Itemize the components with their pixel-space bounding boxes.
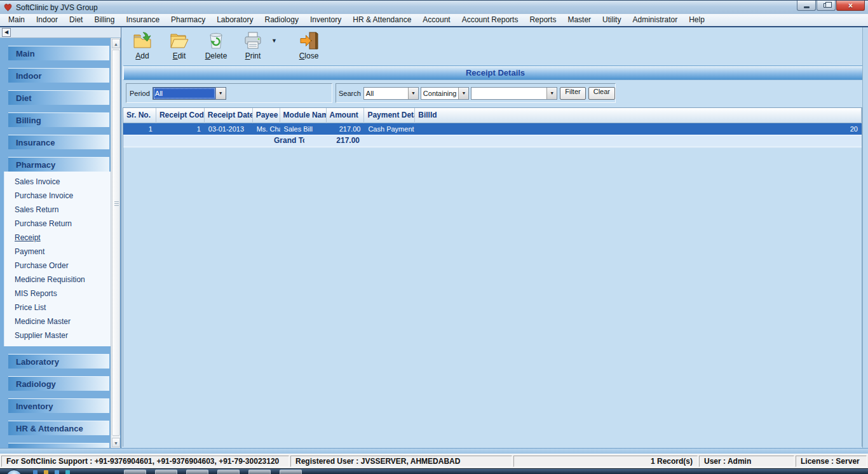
print-dropdown-arrow-icon[interactable]: ▼	[271, 37, 281, 44]
menu-item-radiology[interactable]: Radiology	[259, 14, 304, 26]
sidebar-section-insurance[interactable]: Insurance	[8, 135, 109, 149]
taskbar-button[interactable]	[124, 470, 146, 474]
menu-item-help[interactable]: Help	[683, 14, 710, 26]
period-selected-value: All	[153, 88, 215, 99]
search-label: Search	[339, 90, 361, 97]
toolbar-close-button[interactable]: Close	[290, 29, 327, 60]
sidebar-section-main[interactable]: Main	[8, 46, 109, 60]
menu-item-billing[interactable]: Billing	[88, 14, 120, 26]
scroll-down-icon[interactable]: ▼	[112, 438, 120, 447]
menu-item-inventory[interactable]: Inventory	[304, 14, 347, 26]
sidebar-scrollbar[interactable]: ▲ ▼	[111, 38, 120, 448]
search-text-input[interactable]	[471, 88, 546, 99]
column-header-receipt-date[interactable]: Receipt Date	[205, 108, 253, 123]
taskbar-button[interactable]	[280, 470, 302, 474]
quicklaunch-icon[interactable]	[55, 470, 59, 474]
sidebar-item-sales-invoice[interactable]: Sales Invoice	[4, 175, 111, 189]
taskbar-button[interactable]	[217, 470, 240, 474]
sidebar-item-mis-reports[interactable]: MIS Reports	[4, 287, 111, 301]
sidebar-item-medicine-master[interactable]: Medicine Master	[4, 315, 111, 328]
search-mode-value: Containing	[421, 88, 459, 99]
table-row[interactable]: 1103-01-2013Ms. CharSales Bill217.00Cash…	[123, 123, 862, 135]
sidebar-item-price-list[interactable]: Price List	[4, 301, 111, 315]
sidebar-section-accounts[interactable]: Accounts	[8, 443, 109, 448]
period-panel: Period All ▼	[126, 83, 332, 103]
quicklaunch-icon[interactable]	[33, 470, 37, 474]
toolbar-edit-button[interactable]: Edit	[161, 29, 198, 60]
column-header-receipt-code[interactable]: Receipt Code	[156, 108, 205, 123]
chevron-down-icon[interactable]: ▼	[215, 88, 226, 99]
sidebar-section-laboratory[interactable]: Laboratory	[8, 354, 109, 369]
column-header-billid[interactable]: BillId	[415, 108, 862, 123]
column-header-payee[interactable]: Payee	[253, 108, 280, 123]
chevron-down-icon[interactable]: ▼	[458, 88, 468, 99]
search-mode-dropdown[interactable]: Containing ▼	[421, 87, 470, 100]
menu-item-hr-attendance[interactable]: HR & Attendance	[347, 14, 417, 26]
start-button-icon[interactable]	[6, 470, 22, 474]
sidebar-collapse-button[interactable]: ◀	[2, 28, 11, 37]
sidebar-collapse-row: ◀	[0, 27, 121, 38]
title-bar[interactable]: SoftClinic by JVS Group ×	[0, 0, 868, 14]
sidebar-section-radiology[interactable]: Radiology	[8, 376, 109, 391]
taskbar-button[interactable]	[186, 470, 208, 474]
sidebar-item-purchase-order[interactable]: Purchase Order	[4, 259, 111, 273]
scroll-up-icon[interactable]: ▲	[112, 39, 120, 48]
minimize-icon	[804, 6, 810, 8]
filter-button[interactable]: Filter	[560, 87, 585, 100]
column-header-amount[interactable]: Amount	[327, 108, 365, 123]
chevron-down-icon[interactable]: ▼	[408, 88, 418, 99]
toolbar-add-button[interactable]: Add	[124, 29, 161, 60]
period-dropdown[interactable]: All ▼	[153, 87, 226, 100]
sidebar-section-indoor[interactable]: Indoor	[8, 68, 109, 83]
sidebar-section-pharmacy[interactable]: Pharmacy	[8, 157, 109, 172]
menu-item-account-reports[interactable]: Account Reports	[456, 14, 524, 26]
menu-item-account[interactable]: Account	[417, 14, 456, 26]
search-text-dropdown[interactable]: ▼	[471, 87, 557, 100]
search-field-dropdown[interactable]: All ▼	[363, 87, 419, 100]
cell-receipt-code: 1	[156, 123, 205, 135]
menu-item-reports[interactable]: Reports	[524, 14, 562, 26]
windows-taskbar[interactable]	[0, 468, 868, 474]
sidebar-item-receipt[interactable]: Receipt	[4, 231, 111, 245]
restore-button[interactable]	[817, 1, 836, 11]
column-header-module-name[interactable]: Module Name	[280, 108, 327, 123]
menu-item-laboratory[interactable]: Laboratory	[211, 14, 259, 26]
sidebar-item-purchase-return[interactable]: Purchase Return	[4, 217, 111, 231]
quicklaunch-icon[interactable]	[65, 470, 70, 474]
sidebar-section-hr-attendance[interactable]: HR & Attendance	[8, 421, 109, 435]
menu-item-utility[interactable]: Utility	[597, 14, 627, 26]
menu-item-pharmacy[interactable]: Pharmacy	[165, 14, 211, 26]
menu-item-main[interactable]: Main	[3, 14, 31, 26]
menu-item-administrator[interactable]: Administrator	[627, 14, 683, 26]
sidebar-section-inventory[interactable]: Inventory	[8, 398, 109, 413]
toolbar-delete-button[interactable]: Delete	[198, 29, 234, 60]
toolbar: AddEditDeletePrint▼Close	[124, 29, 327, 64]
menu-item-master[interactable]: Master	[562, 14, 597, 26]
menu-item-diet[interactable]: Diet	[64, 14, 88, 26]
column-header-sr-no[interactable]: Sr. No.	[123, 108, 156, 123]
column-header-payment-details[interactable]: Payment Details	[364, 108, 415, 123]
quicklaunch-icon[interactable]	[44, 470, 48, 474]
minimize-button[interactable]	[797, 1, 816, 11]
sidebar-section-diet[interactable]: Diet	[8, 90, 109, 105]
menu-item-insurance[interactable]: Insurance	[120, 14, 165, 26]
close-window-button[interactable]: ×	[836, 1, 865, 11]
sidebar-item-medicine-requisition[interactable]: Medicine Requisition	[4, 273, 111, 287]
scrollbar-thumb[interactable]	[112, 50, 120, 436]
page-title: Receipt Details	[123, 65, 867, 80]
folder-edit-icon	[169, 30, 189, 51]
taskbar-button[interactable]	[248, 470, 271, 474]
sidebar-section-billing[interactable]: Billing	[8, 112, 109, 127]
clear-button[interactable]: Clear	[588, 87, 615, 100]
chevron-down-icon[interactable]: ▼	[546, 88, 557, 99]
status-user: User : Admin	[699, 456, 794, 467]
sidebar-item-payment[interactable]: Payment	[4, 245, 111, 259]
sidebar-item-sales-return[interactable]: Sales Return	[4, 203, 111, 217]
status-registered-user: Registered User : JVSSERVER, AHMEDABAD	[290, 456, 512, 467]
restore-icon	[824, 3, 829, 8]
toolbar-print-button[interactable]: Print	[234, 29, 271, 60]
sidebar-item-supplier-master[interactable]: Supplier Master	[4, 328, 111, 342]
menu-item-indoor[interactable]: Indoor	[31, 14, 64, 26]
sidebar-item-purchase-invoice[interactable]: Purchase Invoice	[4, 189, 111, 203]
taskbar-button[interactable]	[155, 470, 177, 474]
